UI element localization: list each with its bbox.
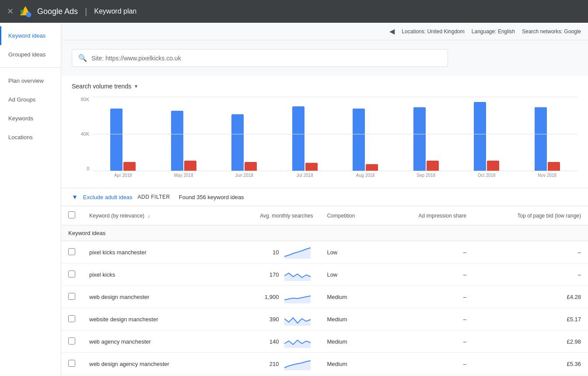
- row-checkbox-cell[interactable]: [61, 308, 82, 330]
- bar-blue: [353, 109, 365, 171]
- competition-cell: Medium: [320, 286, 382, 308]
- search-value: Site: https://www.pixelkicks.co.uk: [91, 55, 181, 62]
- ad-impression-cell: –: [382, 353, 473, 375]
- exclude-adult-link[interactable]: Exclude adult ideas: [83, 194, 133, 200]
- chart-x-label: Nov 2018: [517, 173, 578, 178]
- table-body: Keyword ideas pixel kicks manchester10Lo…: [61, 225, 588, 375]
- ad-impression-cell: –: [382, 264, 473, 286]
- bar-blue: [535, 107, 547, 171]
- bar-group: [214, 98, 275, 171]
- competition-cell: Medium: [320, 308, 382, 330]
- chart-x-label: May 2018: [154, 173, 214, 178]
- sidebar-item-grouped-ideas[interactable]: Grouped ideas: [0, 45, 61, 64]
- search-icon: 🔍: [78, 54, 87, 62]
- table-row: web agency manchester140Medium–£2.98: [61, 330, 588, 353]
- row-checkbox[interactable]: [68, 315, 75, 322]
- sparkline-icon: [282, 335, 313, 348]
- ad-impression-header: Ad impression share: [382, 206, 473, 225]
- sidebar-item-keywords[interactable]: Keywords: [0, 109, 61, 128]
- bar-group: [517, 98, 578, 171]
- avg-monthly-cell: 170: [221, 264, 320, 285]
- row-checkbox-cell[interactable]: [61, 264, 82, 286]
- row-checkbox-cell[interactable]: [61, 353, 82, 375]
- close-button[interactable]: ✕: [7, 7, 14, 16]
- section-header-row: Keyword ideas: [61, 225, 588, 241]
- bar-red: [487, 161, 499, 171]
- ad-impression-cell: –: [382, 308, 473, 330]
- select-all-header[interactable]: [61, 206, 82, 225]
- sidebar: Keyword ideas Grouped ideas Plan overvie…: [0, 23, 61, 376]
- bar-group: [154, 98, 214, 171]
- row-checkbox-cell[interactable]: [61, 286, 82, 308]
- grid-line-40k: [93, 134, 578, 134]
- filter-row: ▼ Exclude adult ideas ADD FILTER Found 3…: [61, 188, 588, 206]
- bar-group: [396, 98, 457, 171]
- plan-name: Keyword plan: [94, 7, 136, 15]
- networks-filter: Search networks: Google: [522, 28, 581, 35]
- competition-header: Competition: [320, 206, 382, 225]
- sparkline-icon: [282, 313, 313, 326]
- bar-blue: [413, 107, 426, 171]
- row-checkbox-cell[interactable]: [61, 330, 82, 353]
- row-checkbox[interactable]: [68, 337, 75, 344]
- locations-filter: Locations: United Kingdom: [402, 28, 464, 35]
- bar-red: [184, 161, 196, 171]
- bar-red: [427, 161, 439, 171]
- row-checkbox-cell[interactable]: [61, 241, 82, 264]
- collapse-sidebar-button[interactable]: ◀: [389, 27, 395, 35]
- bar-group: [93, 98, 154, 171]
- top-page-bid-cell: £5.17: [473, 308, 588, 330]
- bar-red: [245, 162, 257, 171]
- chart-x-label: Apr 2018: [93, 173, 154, 178]
- sort-arrow-icon[interactable]: ↓: [147, 213, 150, 218]
- language-filter: Language: English: [472, 28, 515, 35]
- avg-monthly-cell: 210: [221, 353, 320, 375]
- top-page-bid-cell: £5.36: [473, 353, 588, 375]
- app-name: Google Ads: [37, 7, 78, 16]
- ad-impression-cell: –: [382, 286, 473, 308]
- chart-wrap: 80K 40K 0 Apr 2018May 2018Jun 2018Jul 20…: [72, 97, 578, 184]
- sidebar-item-ad-groups[interactable]: Ad Groups: [0, 90, 61, 109]
- avg-monthly-cell: 10: [221, 241, 320, 263]
- search-box[interactable]: 🔍 Site: https://www.pixelkicks.co.uk: [72, 49, 448, 67]
- main-layout: Keyword ideas Grouped ideas Plan overvie…: [0, 23, 588, 376]
- bar-blue: [231, 114, 244, 171]
- competition-cell: Low: [320, 241, 382, 264]
- sidebar-item-locations[interactable]: Locations: [0, 128, 61, 147]
- row-checkbox[interactable]: [68, 293, 75, 300]
- ad-impression-cell: –: [382, 330, 473, 353]
- select-all-checkbox[interactable]: [68, 211, 75, 218]
- sidebar-divider: [0, 67, 61, 68]
- sparkline-icon: [282, 268, 313, 281]
- row-checkbox[interactable]: [68, 360, 75, 367]
- add-filter-button[interactable]: ADD FILTER: [138, 194, 170, 200]
- svg-point-1: [26, 12, 32, 18]
- avg-monthly-cell: 1,900: [221, 286, 320, 308]
- chevron-down-icon: ▾: [135, 83, 137, 89]
- google-ads-logo: [19, 5, 32, 18]
- row-checkbox[interactable]: [68, 271, 75, 278]
- competition-cell: Medium: [320, 330, 382, 353]
- sparkline-icon: [282, 357, 313, 370]
- table-row: pixel kicks manchester10Low––: [61, 241, 588, 264]
- chart-title[interactable]: Search volume trends ▾: [72, 83, 578, 90]
- sidebar-item-keyword-ideas[interactable]: Keyword ideas: [0, 26, 61, 45]
- grid-line-80k: [93, 97, 578, 97]
- keyword-cell: pixel kicks: [82, 264, 221, 286]
- chart-x-label: Oct 2018: [456, 173, 517, 178]
- row-checkbox[interactable]: [68, 248, 75, 255]
- main-content: ◀ Locations: United Kingdom Language: En…: [61, 23, 588, 376]
- table-row: web design agency manchester210Medium–£5…: [61, 353, 588, 375]
- chart-x-label: Aug 2018: [335, 173, 396, 178]
- keyword-cell: pixel kicks manchester: [82, 241, 221, 264]
- sidebar-item-plan-overview[interactable]: Plan overview: [0, 71, 61, 90]
- chart-x-label: Jun 2018: [214, 173, 275, 178]
- keyword-cell: web design agency manchester: [82, 353, 221, 375]
- sparkline-icon: [282, 290, 313, 303]
- table-row: web design manchester1,900Medium–£4.28: [61, 286, 588, 308]
- top-page-bid-cell: –: [473, 264, 588, 286]
- keyword-cell: web design manchester: [82, 286, 221, 308]
- bar-blue: [292, 106, 304, 171]
- chart-x-label: Sep 2018: [396, 173, 457, 178]
- table-row: website design manchester390Medium–£5.17: [61, 308, 588, 330]
